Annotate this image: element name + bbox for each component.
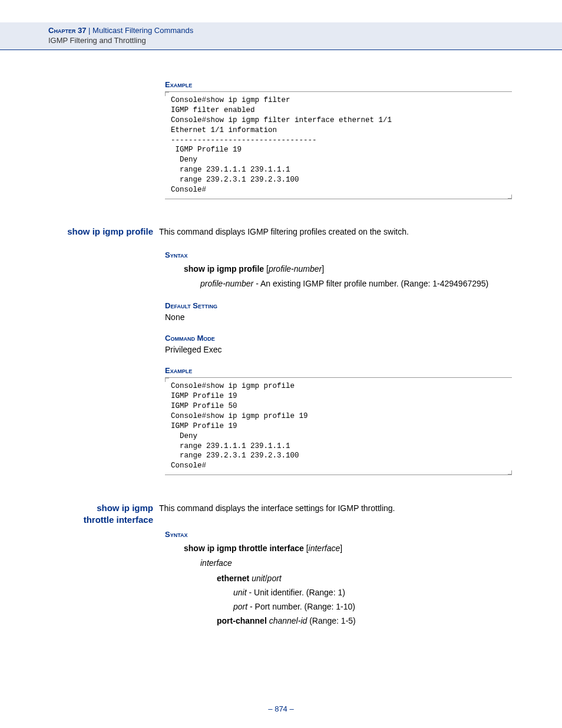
port-line: port - Port number. (Range: 1-10) bbox=[233, 602, 562, 611]
eth-label: ethernet bbox=[217, 574, 249, 583]
throttle-name-l2: throttle interface bbox=[84, 515, 153, 525]
interface-label: interface bbox=[200, 558, 562, 569]
syntax-bc-profile: ] bbox=[322, 264, 324, 274]
syntax-line-profile: show ip igmp profile [profile-number] bbox=[184, 264, 562, 274]
unit-desc: - Unit identifier. (Range: 1) bbox=[247, 588, 345, 597]
port-name: port bbox=[233, 602, 247, 611]
command-row-throttle: show ip igmp throttle interface This com… bbox=[0, 502, 562, 526]
command-name-profile: show ip igmp profile bbox=[0, 226, 159, 236]
code-block-profile: Console#show ip igmp profile IGMP Profil… bbox=[165, 377, 512, 475]
page-number: – 874 – bbox=[0, 704, 562, 713]
chapter-sep: | bbox=[86, 26, 92, 35]
syntax-cmd-throttle: show ip igmp throttle interface bbox=[184, 543, 304, 553]
command-desc-throttle: This command displays the interface sett… bbox=[159, 503, 395, 513]
pc-label: port-channel bbox=[217, 616, 267, 625]
command-desc-profile: This command displays IGMP filtering pro… bbox=[159, 227, 409, 236]
default-heading-profile: Default Setting bbox=[165, 301, 562, 310]
command-name-throttle: show ip igmp throttle interface bbox=[0, 502, 159, 526]
eth-unit: unit bbox=[252, 574, 265, 583]
syntax-bo-throttle: [ bbox=[304, 543, 309, 553]
mode-heading-profile: Command Mode bbox=[165, 334, 562, 342]
pc-param: channel-id bbox=[269, 616, 308, 625]
param-text-profile: - An existing IGMP filter profile number… bbox=[253, 279, 488, 288]
chapter-title: Multicast Filtering Commands bbox=[92, 26, 193, 35]
header-subtitle: IGMP Filtering and Throttling bbox=[48, 36, 562, 45]
default-text-profile: None bbox=[165, 312, 562, 322]
unit-name: unit bbox=[233, 588, 247, 597]
example-heading-profile: Example bbox=[165, 366, 562, 375]
command-row-profile: show ip igmp profile This command displa… bbox=[0, 226, 562, 236]
iface-text: interface bbox=[200, 558, 232, 568]
syntax-heading-profile: Syntax bbox=[165, 251, 562, 259]
ethernet-line: ethernet unit/port bbox=[217, 574, 562, 583]
mode-text-profile: Privileged Exec bbox=[165, 345, 562, 354]
syntax-line-throttle: show ip igmp throttle interface [interfa… bbox=[184, 543, 562, 553]
syntax-cmd-profile: show ip igmp profile bbox=[184, 264, 264, 274]
page-body: Example Console#show ip igmp filter IGMP… bbox=[0, 71, 562, 625]
example-heading-1: Example bbox=[165, 80, 562, 89]
code-block-1: Console#show ip igmp filter IGMP filter … bbox=[165, 91, 512, 199]
chapter-label: Chapter 37 bbox=[48, 26, 86, 35]
page-header: Chapter 37 | Multicast Filtering Command… bbox=[0, 22, 562, 50]
eth-port: port bbox=[267, 574, 282, 583]
throttle-name-l1: show ip igmp bbox=[97, 503, 153, 513]
param-name-profile: profile-number bbox=[200, 279, 253, 288]
param-desc-profile: profile-number - An existing IGMP filter… bbox=[200, 278, 562, 290]
syntax-bc-throttle: ] bbox=[340, 543, 342, 553]
syntax-heading-throttle: Syntax bbox=[165, 530, 562, 539]
chapter-line: Chapter 37 | Multicast Filtering Command… bbox=[48, 26, 562, 35]
pc-desc: (Range: 1-5) bbox=[307, 616, 355, 625]
syntax-param-profile: profile-number bbox=[269, 264, 322, 274]
syntax-param-throttle: interface bbox=[309, 543, 340, 553]
syntax-bo-profile: [ bbox=[264, 264, 269, 274]
port-desc: - Port number. (Range: 1-10) bbox=[247, 602, 355, 611]
portchannel-line: port-channel channel-id (Range: 1-5) bbox=[217, 616, 562, 625]
unit-line: unit - Unit identifier. (Range: 1) bbox=[233, 588, 562, 597]
